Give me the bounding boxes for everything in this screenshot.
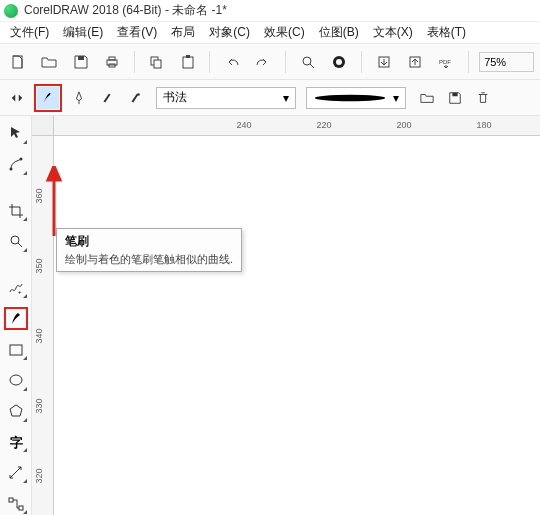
import-button[interactable] <box>372 50 395 74</box>
folder-button[interactable] <box>416 87 438 109</box>
tooltip-description: 绘制与着色的笔刷笔触相似的曲线. <box>65 252 233 267</box>
toolbox: + 字 <box>0 116 32 515</box>
chevron-down-icon: ▾ <box>283 91 289 105</box>
save-button[interactable] <box>69 50 92 74</box>
polygon-tool[interactable] <box>4 400 28 423</box>
svg-point-20 <box>11 236 19 244</box>
menu-table[interactable]: 表格(T) <box>421 22 472 43</box>
redo-button[interactable] <box>252 50 275 74</box>
svg-rect-26 <box>19 506 23 510</box>
separator <box>285 51 286 73</box>
svg-point-23 <box>10 375 22 385</box>
menu-layout[interactable]: 布局 <box>165 22 201 43</box>
menubar: 文件(F) 编辑(E) 查看(V) 布局 对象(C) 效果(C) 位图(B) 文… <box>0 22 540 44</box>
annotation-arrow-icon <box>44 166 64 236</box>
pressure-mode-button[interactable] <box>124 87 146 109</box>
separator <box>468 51 469 73</box>
separator <box>209 51 210 73</box>
paste-button[interactable] <box>176 50 199 74</box>
svg-text:+: + <box>18 289 22 295</box>
ruler-tick: 330 <box>34 398 44 413</box>
stroke-preview-dropdown[interactable]: ▾ <box>306 87 406 109</box>
menu-bitmap[interactable]: 位图(B) <box>313 22 365 43</box>
menu-file[interactable]: 文件(F) <box>4 22 55 43</box>
open-button[interactable] <box>37 50 60 74</box>
crop-tool[interactable] <box>4 199 28 222</box>
publish-pdf-button[interactable]: PDF <box>435 50 458 74</box>
app-logo <box>4 4 18 18</box>
brush-mode-button[interactable] <box>37 87 59 109</box>
ellipse-tool[interactable] <box>4 369 28 392</box>
new-button[interactable] <box>6 50 29 74</box>
svg-rect-25 <box>9 498 13 502</box>
svg-point-18 <box>9 168 12 171</box>
menu-effects[interactable]: 效果(C) <box>258 22 311 43</box>
toolbar-standard: PDF 75% <box>0 44 540 80</box>
main-area: + 字 240 220 200 180 160 360 350 340 330 … <box>0 116 540 515</box>
svg-rect-3 <box>109 57 115 60</box>
pen-mode-button[interactable] <box>68 87 90 109</box>
svg-point-15 <box>137 93 140 96</box>
stroke-preview-icon <box>313 93 387 103</box>
svg-point-9 <box>303 57 311 65</box>
zoom-value: 75% <box>484 56 506 68</box>
menu-edit[interactable]: 编辑(E) <box>57 22 109 43</box>
property-bar: 书法 ▾ ▾ <box>0 80 540 116</box>
ruler-origin[interactable] <box>32 116 54 136</box>
svg-rect-7 <box>183 57 193 68</box>
svg-text:PDF: PDF <box>439 59 451 65</box>
ruler-tick: 200 <box>396 120 411 130</box>
zoom-level-input[interactable]: 75% <box>479 52 534 72</box>
print-button[interactable] <box>100 50 123 74</box>
ruler-tick: 240 <box>236 120 251 130</box>
svg-rect-1 <box>78 56 84 60</box>
separator <box>134 51 135 73</box>
freehand-tool[interactable]: + <box>4 276 28 299</box>
separator <box>361 51 362 73</box>
undo-button[interactable] <box>220 50 243 74</box>
svg-rect-22 <box>10 345 22 355</box>
titlebar: CorelDRAW 2018 (64-Bit) - 未命名 -1* <box>0 0 540 22</box>
menu-object[interactable]: 对象(C) <box>203 22 256 43</box>
menu-text[interactable]: 文本(X) <box>367 22 419 43</box>
shape-tool[interactable] <box>4 153 28 176</box>
brush-style-dropdown[interactable]: 书法 ▾ <box>156 87 296 109</box>
artistic-media-tool[interactable] <box>4 307 28 330</box>
tooltip-title: 笔刷 <box>65 233 233 250</box>
delete-brush-button[interactable] <box>472 87 494 109</box>
ruler-horizontal[interactable]: 240 220 200 180 160 <box>54 116 540 136</box>
menu-view[interactable]: 查看(V) <box>111 22 163 43</box>
launch-button[interactable] <box>328 50 351 74</box>
svg-point-11 <box>336 59 342 65</box>
export-button[interactable] <box>403 50 426 74</box>
ruler-tick: 220 <box>316 120 331 130</box>
calligraphy-mode-button[interactable] <box>96 87 118 109</box>
svg-rect-8 <box>186 55 190 58</box>
chevron-down-icon: ▾ <box>393 91 399 105</box>
copy-button[interactable] <box>145 50 168 74</box>
rectangle-tool[interactable] <box>4 338 28 361</box>
zoom-tool[interactable] <box>4 230 28 253</box>
text-tool[interactable]: 字 <box>4 431 28 454</box>
save-brush-button[interactable] <box>444 87 466 109</box>
ruler-tick: 360 <box>34 188 44 203</box>
search-button[interactable] <box>296 50 319 74</box>
svg-point-19 <box>19 158 22 161</box>
brush-style-value: 书法 <box>163 89 187 106</box>
ruler-tick: 340 <box>34 328 44 343</box>
ruler-tick: 320 <box>34 468 44 483</box>
dimension-tool[interactable] <box>4 461 28 484</box>
mirror-h-icon[interactable] <box>6 87 28 109</box>
brush-tool-highlight <box>34 84 62 112</box>
svg-rect-6 <box>154 60 161 68</box>
svg-text:字: 字 <box>10 435 23 450</box>
svg-point-16 <box>315 94 385 100</box>
ruler-tick: 180 <box>476 120 491 130</box>
pick-tool[interactable] <box>4 122 28 145</box>
ruler-tick: 350 <box>34 258 44 273</box>
svg-rect-17 <box>452 92 457 96</box>
window-title: CorelDRAW 2018 (64-Bit) - 未命名 -1* <box>24 2 227 19</box>
canvas-area[interactable]: 240 220 200 180 160 360 350 340 330 320 <box>32 116 540 515</box>
tooltip: 笔刷 绘制与着色的笔刷笔触相似的曲线. <box>56 228 242 272</box>
connector-tool[interactable] <box>4 492 28 515</box>
